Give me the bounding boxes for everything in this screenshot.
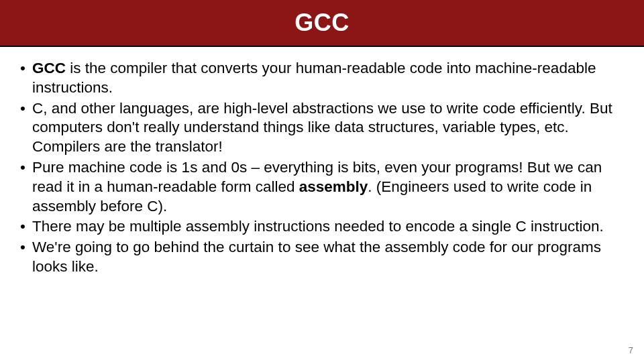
bold-text: assembly — [299, 178, 368, 195]
slide-title: GCC — [294, 9, 350, 37]
slide-body: GCC is the compiler that converts your h… — [0, 47, 644, 277]
list-item: There may be multiple assembly instructi… — [20, 217, 624, 237]
bullet-list: GCC is the compiler that converts your h… — [20, 59, 624, 277]
bullet-text: C, and other languages, are high-level a… — [32, 100, 612, 156]
bold-text: GCC — [32, 60, 66, 76]
list-item: C, and other languages, are high-level a… — [20, 99, 624, 157]
title-bar: GCC — [0, 0, 644, 47]
list-item: Pure machine code is 1s and 0s – everyth… — [20, 158, 624, 216]
bullet-text: We're going to go behind the curtain to … — [32, 239, 601, 275]
bullet-text: is the compiler that converts your human… — [32, 60, 596, 96]
page-number: 7 — [629, 345, 633, 355]
bullet-text: There may be multiple assembly instructi… — [32, 218, 604, 235]
list-item: GCC is the compiler that converts your h… — [20, 59, 624, 98]
list-item: We're going to go behind the curtain to … — [20, 238, 624, 277]
